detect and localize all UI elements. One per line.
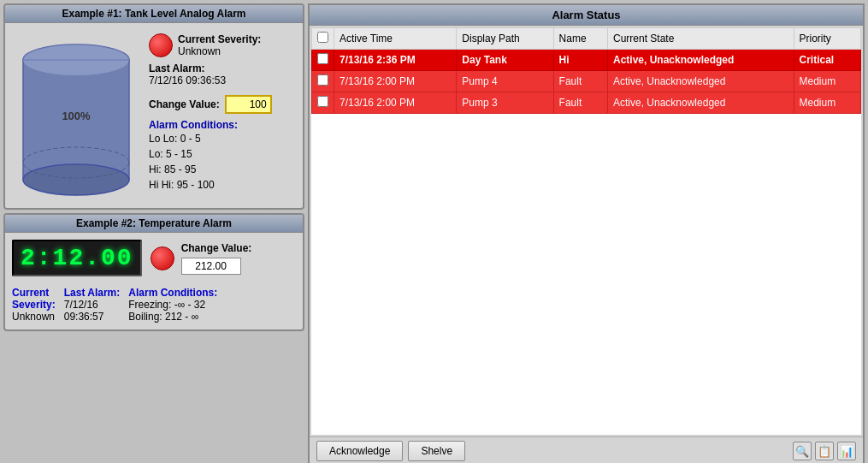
alarm-cond-4: Hi Hi: 95 - 100	[149, 177, 296, 193]
row3-display-path: Pump 3	[457, 92, 553, 114]
temp-change-label: Change Value:	[181, 242, 252, 254]
row1-name: Hi	[553, 50, 607, 71]
row1-display-path: Day Tank	[457, 50, 553, 71]
row2-display-path: Pump 4	[457, 71, 553, 92]
temp-alarm-cond-2: Boiling: 212 - ∞	[128, 311, 217, 323]
row2-current-state: Active, Unacknowledged	[608, 71, 794, 92]
header-active-time: Active Time	[334, 28, 457, 50]
row3-current-state: Active, Unacknowledged	[608, 92, 794, 114]
severity-text-block: Current Severity: Unknown	[178, 33, 261, 57]
alarm-table: Active Time Display Path Name Current St…	[311, 27, 861, 114]
change-value-label: Change Value:	[149, 98, 220, 110]
temp-change-input[interactable]	[181, 258, 241, 275]
bottom-bar: Acknowledge Shelve 🔍 📋 📊	[310, 436, 863, 463]
example1-content: 100% Current Severity: Unknown Last Alar…	[5, 23, 303, 208]
example2-title: Example #2: Temperature Alarm	[5, 215, 303, 233]
acknowledge-button[interactable]: Acknowledge	[316, 441, 403, 461]
temp-change-section: Change Value:	[181, 242, 252, 275]
severity-label: Current Severity:	[178, 33, 261, 45]
shelve-button[interactable]: Shelve	[408, 441, 465, 461]
svg-point-4	[23, 45, 129, 75]
change-value-input[interactable]	[225, 95, 272, 114]
alarm-cond-2: Lo: 5 - 15	[149, 146, 296, 162]
tank-info: Current Severity: Unknown Last Alarm: 7/…	[149, 30, 296, 193]
temp-bottom: Current Severity: Unknown Last Alarm: 7/…	[5, 283, 303, 329]
table-header-row: Active Time Display Path Name Current St…	[312, 28, 861, 50]
alarm-conditions-list: Lo Lo: 0 - 5 Lo: 5 - 15 Hi: 85 - 95 Hi H…	[149, 131, 296, 193]
row3-priority: Medium	[794, 92, 861, 114]
select-all-checkbox[interactable]	[317, 32, 328, 43]
row3-checkbox[interactable]	[317, 96, 328, 107]
temp-last-alarm-time: 09:36:57	[64, 311, 121, 323]
alarm-status-title: Alarm Status	[310, 5, 863, 26]
temp-content: 2:12.00 Change Value:	[5, 233, 303, 283]
search-icon-btn[interactable]: 🔍	[793, 442, 812, 460]
severity-value: Unknown	[178, 45, 221, 57]
temp-severity-indicator	[151, 246, 174, 270]
alarm-table-body: 7/13/16 2:36 PM Day Tank Hi Active, Unac…	[312, 50, 861, 114]
current-label: Current	[12, 287, 56, 299]
row2-active-time: 7/13/16 2:00 PM	[334, 71, 457, 92]
led-digits: 2:12.00	[21, 245, 133, 271]
header-checkbox-col	[312, 28, 334, 50]
temp-last-alarm-label: Last Alarm:	[64, 287, 121, 299]
row3-name: Fault	[553, 92, 607, 114]
row3-checkbox-cell	[312, 92, 334, 114]
row1-active-time: 7/13/16 2:36 PM	[334, 50, 457, 71]
row3-active-time: 7/13/16 2:00 PM	[334, 92, 457, 114]
example2-box: Example #2: Temperature Alarm 2:12.00 Ch…	[3, 213, 304, 331]
alarm-cond-1: Lo Lo: 0 - 5	[149, 131, 296, 146]
row1-checkbox-cell	[312, 50, 334, 71]
example1-title: Example #1: Tank Level Analog Alarm	[5, 5, 303, 23]
row2-priority: Medium	[794, 71, 861, 92]
last-alarm-block: Last Alarm: 7/12/16 09:36:53	[149, 62, 296, 86]
row1-current-state: Active, Unacknowledged	[608, 50, 794, 71]
header-name: Name	[553, 28, 607, 50]
right-panel: Alarm Status Active Time Display Path Na…	[308, 3, 865, 463]
change-value-row: Change Value:	[149, 95, 296, 114]
svg-point-2	[23, 164, 129, 195]
header-display-path: Display Path	[457, 28, 553, 50]
alarm-conditions-block: Alarm Conditions: Lo Lo: 0 - 5 Lo: 5 - 1…	[149, 119, 296, 193]
row2-name: Fault	[553, 71, 607, 92]
temp-last-alarm-section: Last Alarm: 7/12/16 09:36:57	[64, 287, 121, 323]
severity-row: Current Severity: Unknown	[149, 33, 296, 57]
header-current-state: Current State	[608, 28, 794, 50]
table-row: 7/13/16 2:00 PM Pump 4 Fault Active, Una…	[312, 71, 861, 92]
severity-value2: Unknown	[12, 311, 56, 323]
table-row: 7/13/16 2:36 PM Day Tank Hi Active, Unac…	[312, 50, 861, 71]
last-alarm-label: Last Alarm:	[149, 62, 296, 74]
row1-priority: Critical	[794, 50, 861, 71]
last-alarm-date: 7/12/16 09:36:53	[149, 74, 296, 86]
temp-right: Change Value:	[151, 242, 252, 275]
example1-box: Example #1: Tank Level Analog Alarm 100%	[3, 3, 304, 210]
temp-alarm-cond-1: Freezing: -∞ - 32	[128, 299, 217, 311]
tank-visual: 100%	[12, 30, 140, 201]
row1-checkbox[interactable]	[317, 53, 328, 64]
temp-alarm-cond-section: Alarm Conditions: Freezing: -∞ - 32 Boil…	[128, 287, 217, 323]
alarm-table-container: Active Time Display Path Name Current St…	[311, 27, 861, 435]
alarm-cond-3: Hi: 85 - 95	[149, 162, 296, 177]
table-row: 7/13/16 2:00 PM Pump 3 Fault Active, Una…	[312, 92, 861, 114]
current-severity-section: Current Severity: Unknown	[12, 287, 56, 323]
copy-icon-btn[interactable]: 📋	[815, 442, 834, 460]
bottom-icons: 🔍 📋 📊	[793, 442, 856, 460]
left-panel: Example #1: Tank Level Analog Alarm 100%	[0, 0, 308, 463]
row2-checkbox[interactable]	[317, 74, 328, 86]
temp-alarm-cond-label: Alarm Conditions:	[128, 287, 217, 299]
severity-indicator	[149, 33, 173, 57]
temp-last-alarm-date: 7/12/16	[64, 299, 121, 311]
tank-percent-label: 100%	[62, 110, 90, 122]
header-priority: Priority	[794, 28, 861, 50]
alarm-conditions-label: Alarm Conditions:	[149, 119, 296, 131]
row2-checkbox-cell	[312, 71, 334, 92]
led-display: 2:12.00	[12, 240, 142, 276]
table-icon-btn[interactable]: 📊	[837, 442, 856, 460]
severity-label2: Severity:	[12, 299, 56, 311]
